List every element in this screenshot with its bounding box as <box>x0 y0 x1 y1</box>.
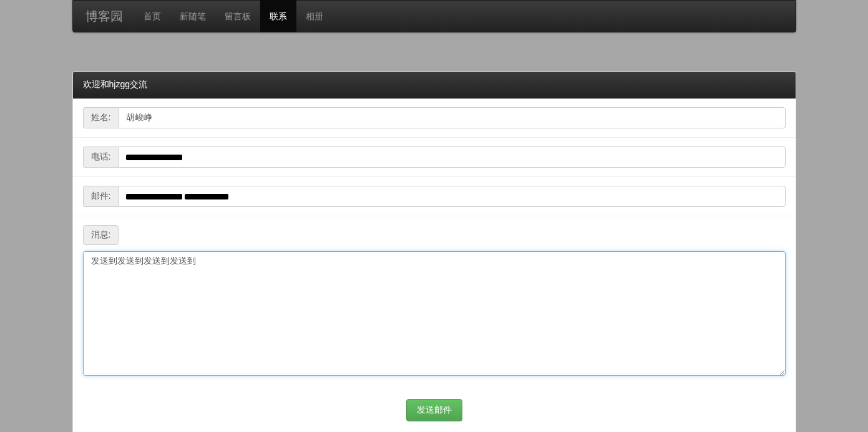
nav-item-album[interactable]: 相册 <box>296 0 333 32</box>
row-submit: 发送邮件 <box>73 388 796 432</box>
label-message: 消息: <box>83 225 119 245</box>
row-email: 邮件: <box>73 177 796 216</box>
textarea-message[interactable] <box>83 251 786 376</box>
row-message-label: 消息: <box>73 216 796 251</box>
nav-item-home[interactable]: 首页 <box>134 0 170 32</box>
row-message <box>73 251 796 388</box>
brand-link[interactable]: 博客园 <box>85 8 134 25</box>
input-name[interactable] <box>118 107 785 128</box>
label-email: 邮件: <box>83 186 119 207</box>
panel-heading: 欢迎和hjzgg交流 <box>73 72 796 98</box>
nav-item-newpost[interactable]: 新随笔 <box>170 0 215 32</box>
label-name: 姓名: <box>83 107 119 128</box>
redacted-email-2 <box>185 194 228 199</box>
contact-panel: 欢迎和hjzgg交流 姓名: 电话: 邮件: <box>72 71 796 432</box>
submit-button[interactable]: 发送邮件 <box>406 399 462 421</box>
input-phone[interactable] <box>118 146 785 168</box>
nav-item-contact[interactable]: 联系 <box>260 0 296 32</box>
row-phone: 电话: <box>73 138 796 177</box>
row-name: 姓名: <box>73 98 796 138</box>
redacted-email-1 <box>126 194 182 199</box>
label-phone: 电话: <box>83 146 119 168</box>
nav-item-guestbook[interactable]: 留言板 <box>215 0 260 32</box>
redacted-phone <box>126 155 182 160</box>
top-navbar: 博客园 首页 新随笔 留言板 联系 相册 <box>72 0 796 32</box>
input-email[interactable] <box>118 186 785 207</box>
panel-body: 姓名: 电话: 邮件: <box>73 98 796 432</box>
